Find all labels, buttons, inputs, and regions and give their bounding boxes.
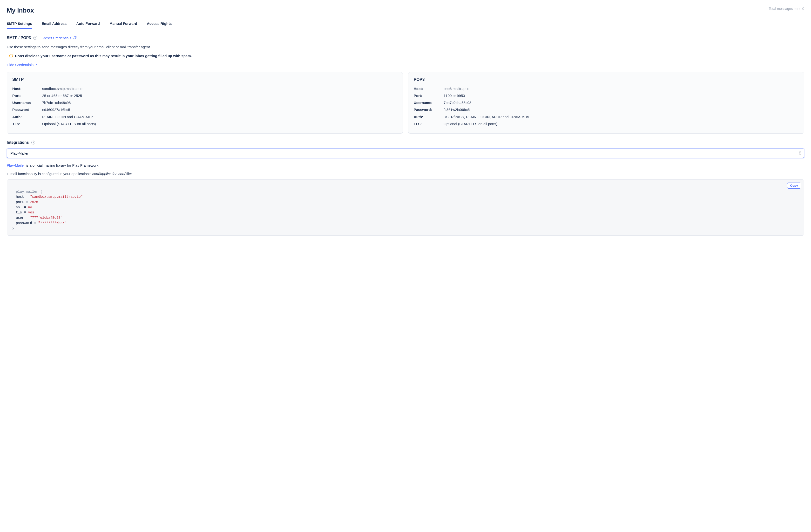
pop3-value: 1100 or 9950 — [444, 93, 465, 98]
pop3-label: Port: — [414, 93, 444, 98]
integration-config-line: E-mail functionality is configured in yo… — [7, 171, 804, 177]
smtp-value: 7b7cfe1cda48c98 — [42, 100, 71, 105]
smtp-label: Password: — [12, 107, 42, 112]
smtp-value: ed460927a16bc5 — [42, 107, 70, 112]
pop3-row: Username:7bn7e2cba58c98 — [414, 100, 799, 105]
tab-access-rights[interactable]: Access Rights — [147, 19, 172, 29]
pop3-card-title: POP3 — [414, 77, 799, 82]
pop3-label: Host: — [414, 86, 444, 91]
code-block: play.mailer { host = "sandbox.smtp.mailt… — [7, 179, 804, 235]
smtp-value: sandbox.smtp.mailtrap.io — [42, 86, 82, 91]
smtp-pop3-heading: SMTP / POP3 — [7, 36, 31, 40]
tabs-nav: SMTP SettingsEmail AddressAuto ForwardMa… — [7, 19, 804, 29]
hide-credentials-label: Hide Credentials — [7, 63, 33, 67]
smtp-value: PLAIN, LOGIN and CRAM-MD5 — [42, 114, 94, 120]
integrations-heading: Integrations — [7, 140, 29, 145]
smtp-label: Host: — [12, 86, 42, 91]
smtp-label: TLS: — [12, 121, 42, 126]
smtp-row: TLS:Optional (STARTTLS on all ports) — [12, 121, 397, 126]
config-line-after: file: — [125, 172, 132, 176]
pop3-value: 7bn7e2cba58c98 — [444, 100, 471, 105]
tab-smtp-settings[interactable]: SMTP Settings — [7, 19, 32, 29]
pop3-label: Auth: — [414, 114, 444, 120]
help-icon[interactable]: ? — [31, 141, 35, 145]
chevron-up-icon — [35, 63, 38, 67]
pop3-value: fc361w2ia06bc5 — [444, 107, 470, 112]
smtp-label: Auth: — [12, 114, 42, 120]
smtp-description: Use these settings to send messages dire… — [7, 44, 804, 50]
smtp-row: Password:ed460927a16bc5 — [12, 107, 397, 112]
integration-desc-text: is a official mailing library for Play F… — [25, 163, 99, 167]
config-line-before: E-mail functionality is configured in yo… — [7, 172, 92, 176]
reset-credentials-label: Reset Credentials — [43, 36, 71, 40]
pop3-row: TLS:Optional (STARTTLS on all ports) — [414, 121, 799, 126]
pop3-value: USER/PASS, PLAIN, LOGIN, APOP and CRAM-M… — [444, 114, 529, 120]
play-mailer-link[interactable]: Play-Mailer — [7, 163, 25, 167]
integration-description: Play-Mailer is a official mailing librar… — [7, 163, 804, 168]
pop3-value: pop3.mailtrap.io — [444, 86, 469, 91]
hide-credentials-toggle[interactable]: Hide Credentials — [7, 63, 38, 67]
pop3-row: Port:1100 or 9950 — [414, 93, 799, 98]
refresh-icon — [73, 36, 76, 39]
smtp-value: Optional (STARTTLS on all ports) — [42, 121, 96, 126]
page-title: My Inbox — [7, 7, 34, 14]
smtp-value: 25 or 465 or 587 or 2525 — [42, 93, 82, 98]
smtp-row: Host:sandbox.smtp.mailtrap.io — [12, 86, 397, 91]
total-messages-counter: Total messages sent: 0 — [768, 7, 804, 11]
smtp-label: Port: — [12, 93, 42, 98]
help-icon[interactable]: ? — [33, 36, 37, 40]
smtp-label: Username: — [12, 100, 42, 105]
copy-button[interactable]: Copy — [787, 183, 801, 188]
smtp-card: SMTP Host:sandbox.smtp.mailtrap.ioPort:2… — [7, 72, 403, 134]
pop3-row: Password:fc361w2ia06bc5 — [414, 107, 799, 112]
pop3-card: POP3 Host:pop3.mailtrap.ioPort:1100 or 9… — [408, 72, 804, 134]
pop3-label: TLS: — [414, 121, 444, 126]
pop3-row: Auth:USER/PASS, PLAIN, LOGIN, APOP and C… — [414, 114, 799, 120]
tab-email-address[interactable]: Email Address — [42, 19, 67, 29]
pop3-label: Password: — [414, 107, 444, 112]
pop3-row: Host:pop3.mailtrap.io — [414, 86, 799, 91]
smtp-row: Auth:PLAIN, LOGIN and CRAM-MD5 — [12, 114, 397, 120]
integration-select[interactable]: Play-Mailer — [7, 149, 804, 158]
config-file-path: conf/application.conf — [92, 172, 125, 176]
tab-auto-forward[interactable]: Auto Forward — [76, 19, 100, 29]
smtp-card-title: SMTP — [12, 77, 397, 82]
smtp-row: Username:7b7cfe1cda48c98 — [12, 100, 397, 105]
pop3-label: Username: — [414, 100, 444, 105]
tab-manual-forward[interactable]: Manual Forward — [109, 19, 137, 29]
warning-icon — [9, 54, 13, 58]
pop3-value: Optional (STARTTLS on all ports) — [444, 121, 498, 126]
warning-text: Don't disclose your username or password… — [15, 54, 192, 58]
reset-credentials-link[interactable]: Reset Credentials — [43, 36, 76, 40]
smtp-row: Port:25 or 465 or 587 or 2525 — [12, 93, 397, 98]
